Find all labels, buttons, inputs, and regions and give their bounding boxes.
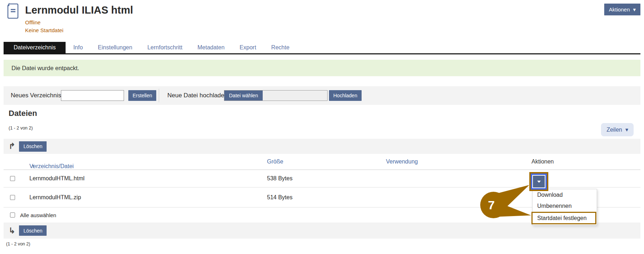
learning-module-icon — [6, 3, 20, 19]
new-directory-input[interactable] — [61, 90, 124, 101]
page-title: Lernmodul ILIAS html — [25, 4, 133, 16]
upload-file-label: Neue Datei hochladen — [167, 86, 228, 105]
tutorial-highlight-frame — [529, 172, 548, 191]
column-header-actions: Aktionen — [531, 158, 554, 165]
focus-ring — [531, 174, 547, 190]
rows-dropdown-button[interactable]: Zeilen▾ — [601, 123, 634, 136]
caret-down-icon: ▾ — [633, 6, 636, 13]
file-picker-filename-area — [263, 91, 327, 101]
tab-dateiverzeichnis[interactable]: Dateiverzeichnis — [4, 42, 66, 53]
tab-metadaten[interactable]: Metadaten — [190, 42, 232, 53]
tab-bar: Dateiverzeichnis Info Einstellungen Lern… — [4, 42, 640, 54]
apply-to-selection-up-icon: ↱ — [9, 142, 15, 150]
file-size: 514 Bytes — [267, 194, 292, 201]
toolbar-divider — [159, 89, 159, 102]
tab-rechte[interactable]: Rechte — [264, 42, 297, 53]
apply-to-selection-down-icon: ↳ — [9, 227, 15, 235]
choose-file-button[interactable]: Datei wählen — [224, 91, 263, 101]
result-range-top: (1 - 2 von 2) — [9, 126, 33, 131]
actions-dropdown-button[interactable]: Aktionen▾ — [604, 4, 640, 15]
select-all-label: Alle auswählen — [20, 212, 56, 218]
tab-export[interactable]: Export — [232, 42, 264, 53]
tab-einstellungen[interactable]: Einstellungen — [90, 42, 140, 53]
menu-item-umbenennen[interactable]: Umbenennen — [533, 200, 597, 211]
rows-label: Zeilen — [606, 127, 622, 133]
caret-down-icon — [537, 181, 541, 183]
row-actions-menu: Download Umbenennen Startdatei festlegen — [532, 189, 597, 225]
sort-ascending-icon: ↑ — [32, 163, 34, 170]
column-header-usage[interactable]: Verwendung — [386, 158, 418, 165]
tab-info[interactable]: Info — [66, 42, 90, 53]
status-offline: Offline — [25, 19, 40, 25]
status-no-startfile: Keine Startdatei — [25, 27, 63, 33]
delete-selected-button-bottom[interactable]: Löschen — [19, 225, 47, 236]
actions-label: Aktionen — [609, 6, 630, 13]
file-name: LernmodulHTML.zip — [29, 194, 81, 201]
file-size: 538 Bytes — [267, 175, 292, 182]
file-name: LernmodulHTML.html — [29, 175, 85, 182]
select-all-checkbox[interactable] — [10, 213, 15, 218]
new-directory-label: Neues Verzeichnis — [11, 86, 61, 105]
menu-item-startdatei-festlegen[interactable]: Startdatei festlegen — [531, 212, 596, 224]
row-actions-dropdown-button[interactable] — [533, 176, 545, 187]
files-section-heading: Dateien — [9, 109, 37, 118]
file-actions-toolbar: Neues Verzeichnis Erstellen Neue Datei h… — [4, 86, 640, 105]
success-message: Die Datei wurde entpackt. — [4, 60, 640, 76]
row-checkbox[interactable] — [10, 195, 15, 200]
tab-lernfortschritt[interactable]: Lernfortschritt — [140, 42, 190, 53]
caret-down-icon: ▾ — [625, 126, 628, 133]
create-directory-button[interactable]: Erstellen — [128, 90, 156, 101]
table-top-action-bar: ↱ Löschen — [4, 139, 640, 154]
table-header-row: Verzeichnis/Datei↑ Größe Verwendung Akti… — [4, 154, 640, 170]
result-range-bottom: (1 - 2 von 2) — [6, 241, 30, 246]
upload-button[interactable]: Hochladen — [329, 90, 362, 101]
row-checkbox[interactable] — [10, 176, 15, 181]
delete-selected-button-top[interactable]: Löschen — [19, 141, 47, 152]
file-picker[interactable]: Datei wählen — [224, 90, 328, 101]
column-header-size[interactable]: Größe — [267, 158, 283, 165]
